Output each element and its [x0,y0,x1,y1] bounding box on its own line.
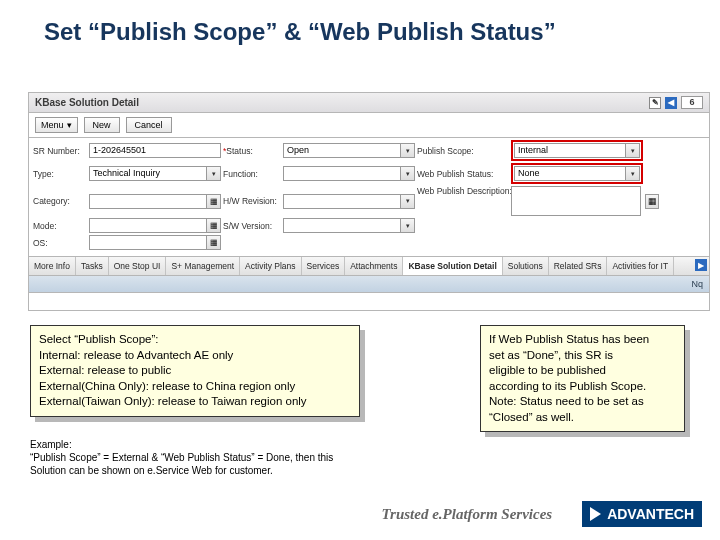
tabs-scroll-right[interactable]: ▶ [695,259,707,271]
publish-scope-label: Publish Scope: [417,146,509,156]
lookup-icon[interactable]: ▦ [207,235,221,250]
tab-more-info[interactable]: More Info [29,257,76,275]
chevron-down-icon: ▾ [626,143,640,158]
note-web-publish-status: If Web Publish Status has been set as “D… [480,325,685,432]
tab-tasks[interactable]: Tasks [76,257,109,275]
tab-related-srs[interactable]: Related SRs [549,257,608,275]
function-dropdown[interactable]: ▾ [283,166,415,181]
menu-dropdown[interactable]: Menu▾ [35,117,78,133]
lookup-icon[interactable]: ▦ [207,218,221,233]
web-publish-status-label: Web Publish Status: [417,169,509,179]
nq-label: Nq [691,279,703,289]
chevron-down-icon: ▾ [401,218,415,233]
prev-record-button[interactable]: ◀ [665,97,677,109]
tab-services[interactable]: Services [302,257,346,275]
status-dropdown[interactable]: Open▾ [283,143,415,158]
note-publish-scope: Select “Publish Scope”: Internal: releas… [30,325,360,417]
mode-label: Mode: [33,221,87,231]
app-frame: KBase Solution Detail ✎ ◀ 6 Menu▾ New Ca… [28,92,710,311]
sr-number-label: SR Number: [33,146,87,156]
lookup-icon[interactable]: ▦ [207,194,221,209]
panel-titlebar: KBase Solution Detail ✎ ◀ 6 [28,92,710,113]
tab-activities-for-it[interactable]: Activities for IT [607,257,674,275]
web-publish-desc-label: Web Publish Description: [417,186,509,196]
publish-scope-dropdown[interactable]: Internal▾ [514,143,640,158]
tab-activity-plans[interactable]: Activity Plans [240,257,302,275]
status-label: Status: [223,146,281,156]
form-panel: SR Number: 1-202645501 Status: Open▾ Pub… [28,138,710,257]
function-label: Function: [223,169,281,179]
category-label: Category: [33,196,87,206]
chevron-down-icon: ▾ [67,120,72,130]
example-text: Example: “Publish Scope” = External & “W… [30,438,400,477]
chevron-down-icon: ▾ [401,166,415,181]
os-field[interactable]: ▦ [89,235,221,250]
web-publish-status-dropdown[interactable]: None▾ [514,166,640,181]
web-publish-status-highlight: None▾ [511,163,643,184]
sub-panel-titlebar: Nq [28,276,710,293]
tab-one-stop-ui[interactable]: One Stop UI [109,257,167,275]
os-label: OS: [33,238,87,248]
expand-icon[interactable]: ▦ [645,194,659,209]
mode-field[interactable]: ▦ [89,218,221,233]
new-button[interactable]: New [84,117,120,133]
record-count: 6 [681,96,703,109]
sub-toolbar [28,293,710,311]
triangle-icon [590,507,601,521]
chevron-down-icon: ▾ [207,166,221,181]
edit-icon[interactable]: ✎ [649,97,661,109]
category-field[interactable]: ▦ [89,194,221,209]
toolbar: Menu▾ New Cancel [28,113,710,138]
brand-logo: ADVANTECH [582,501,702,527]
cancel-button[interactable]: Cancel [126,117,172,133]
web-publish-desc-textarea[interactable] [511,186,641,216]
panel-title-text: KBase Solution Detail [35,97,139,108]
tab-attachments[interactable]: Attachments [345,257,403,275]
page-title: Set “Publish Scope” & “Web Publish Statu… [44,18,680,47]
sw-version-dropdown[interactable]: ▾ [283,218,415,233]
sw-version-label: S/W Version: [223,221,281,231]
tab-kbase-solution-detail[interactable]: KBase Solution Detail [403,257,502,275]
tab-s-management[interactable]: S+ Management [166,257,240,275]
tab-solutions[interactable]: Solutions [503,257,549,275]
hw-revision-dropdown[interactable]: ▾ [283,194,415,209]
slogan: Trusted e.Platform Services [381,506,552,523]
chevron-down-icon: ▾ [401,194,415,209]
chevron-down-icon: ▾ [401,143,415,158]
footer: Trusted e.Platform Services ADVANTECH [0,496,720,532]
publish-scope-highlight: Internal▾ [511,140,643,161]
type-label: Type: [33,169,87,179]
type-dropdown[interactable]: Technical Inquiry▾ [89,166,221,181]
tabs: More InfoTasksOne Stop UIS+ ManagementAc… [28,257,710,276]
sr-number-field[interactable]: 1-202645501 [89,143,221,158]
hw-revision-label: H/W Revision: [223,196,281,206]
chevron-down-icon: ▾ [626,166,640,181]
